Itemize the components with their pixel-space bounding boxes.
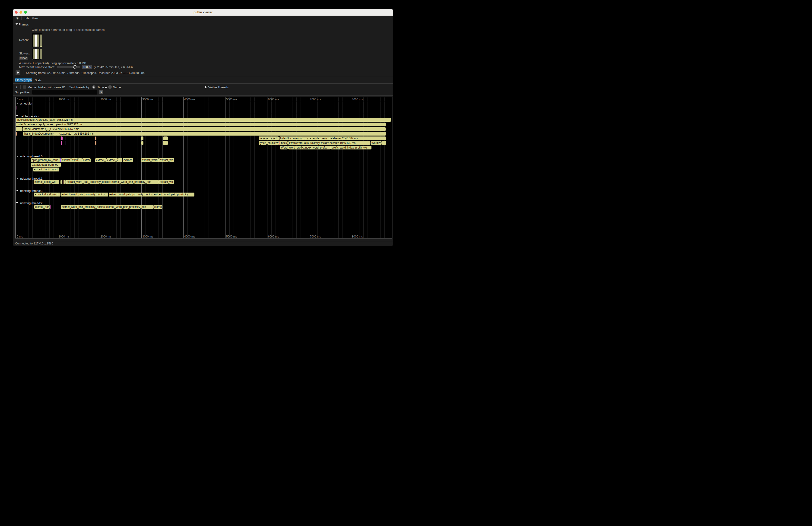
frame-bar[interactable] xyxy=(33,49,35,59)
collapse-icon[interactable] xyxy=(16,178,18,179)
max-frames-slider-track[interactable] xyxy=(57,66,80,68)
menu-file[interactable]: File xyxy=(25,16,29,20)
tab-stats[interactable]: Stats xyxy=(35,78,42,82)
sort-name-label[interactable]: Name xyxy=(113,86,121,89)
scope-bar[interactable] xyxy=(16,106,16,110)
collapse-icon[interactable] xyxy=(16,115,18,117)
scope-bar[interactable]: IndexDocuments<_, _>::execute_prefix_dat… xyxy=(279,136,386,141)
frame-bar[interactable] xyxy=(33,34,35,47)
thread-header-indexing-thread-1[interactable]: indexing-thread:1 xyxy=(16,177,43,180)
frames-header[interactable]: Frames xyxy=(19,23,29,26)
scope-bar[interactable]: extract_word xyxy=(141,158,159,162)
scope-bar[interactable] xyxy=(163,136,168,141)
scope-bar[interactable]: extract xyxy=(61,158,71,162)
scope-bar[interactable] xyxy=(141,141,143,145)
thread-header-batch-operation[interactable]: batch-operation xyxy=(16,115,40,118)
scope-bar[interactable]: extract_word_pair_proximity_docids::extr… xyxy=(109,192,195,196)
frame-bar-selected[interactable] xyxy=(35,34,37,47)
scope-bar[interactable]: extract_w xyxy=(106,158,118,162)
scope-bar[interactable] xyxy=(61,136,62,141)
frame-bar[interactable] xyxy=(40,49,42,59)
scope-bar[interactable]: extract::data_from_ob xyxy=(31,163,61,167)
visible-threads-label[interactable]: Visible Threads xyxy=(208,86,229,89)
max-frames-value[interactable]: 18000 xyxy=(82,65,92,69)
recent-frames-thumbnail[interactable] xyxy=(32,33,42,47)
sort-name-radio[interactable] xyxy=(108,85,112,89)
scope-bar[interactable] xyxy=(95,141,97,145)
scope-bar[interactable]: extract_docid_wor xyxy=(33,180,59,184)
clear-button[interactable]: Clear xyxy=(19,57,28,60)
scope-bar[interactable]: extract_wo xyxy=(159,180,174,184)
scope-bar[interactable] xyxy=(163,141,168,145)
pause-resume-button[interactable] xyxy=(16,70,20,75)
slowest-frames-thumbnail[interactable] xyxy=(32,49,42,60)
sort-time-radio[interactable] xyxy=(92,85,96,89)
help-button[interactable]: ? xyxy=(16,86,17,89)
collapse-icon[interactable] xyxy=(16,156,18,157)
scope-filter-input[interactable] xyxy=(32,90,97,95)
theme-toggle-icon[interactable]: ☀ xyxy=(16,16,19,20)
collapse-icon[interactable] xyxy=(16,103,18,104)
visible-threads-collapse-icon[interactable] xyxy=(205,86,207,88)
scope-bar[interactable]: Trans xyxy=(23,132,31,136)
collapse-icon[interactable] xyxy=(16,190,18,191)
scope-bar[interactable]: extract_word_pair_proximity_docids xyxy=(61,192,108,196)
clear-filter-button[interactable]: x xyxy=(99,90,103,94)
scope-bar[interactable] xyxy=(61,141,62,145)
collapse-icon[interactable] xyxy=(16,202,18,204)
max-frames-slider-knob[interactable] xyxy=(73,65,76,69)
scope-bar[interactable] xyxy=(78,158,82,162)
scope-bar[interactable] xyxy=(50,205,50,209)
scope-bar[interactable] xyxy=(141,136,143,141)
merge-children-label[interactable]: Merge children with same ID xyxy=(28,86,65,89)
scope-bar[interactable]: extrac xyxy=(154,205,162,209)
merge-children-checkbox[interactable] xyxy=(23,86,26,88)
scope-bar[interactable]: PrefixWordPairsProximityDocids::execute … xyxy=(288,141,370,145)
scope-bar[interactable] xyxy=(60,180,62,184)
thread-header-indexing-thread-3[interactable]: indexing-thread:3 xyxy=(16,189,43,192)
frames-collapse-icon[interactable] xyxy=(16,24,18,25)
scope-bar[interactable]: extrac xyxy=(82,158,91,162)
sort-time-label[interactable]: Time xyxy=(98,86,104,89)
scope-bar[interactable]: WordPr xyxy=(371,141,381,145)
scope-bar[interactable]: IndexScheduler>::process_batch 8953.821 … xyxy=(16,118,391,122)
sort-direction-down-icon[interactable] xyxy=(105,86,107,88)
frame-bar[interactable] xyxy=(37,34,39,47)
scope-bar[interactable]: index xyxy=(280,141,288,145)
scope-bar[interactable]: extract_ xyxy=(95,158,106,162)
scope-bar[interactable]: word_prefix::index_word_prefix_ xyxy=(288,146,331,150)
thread-header-scheduler[interactable]: scheduler xyxy=(16,102,32,105)
scope-bar[interactable]: IndexDocuments<_, _>::execute_raw 8459.1… xyxy=(31,132,386,136)
scope-bar[interactable] xyxy=(64,180,66,184)
scope-bar[interactable]: prefix_word::index_prefix_wo xyxy=(331,146,371,150)
scope-bar[interactable]: receive_typed_ xyxy=(259,136,279,141)
thread-header-indexing-thread-0[interactable]: indexing-thread:0 xyxy=(16,155,43,158)
scope-bar[interactable]: extra xyxy=(71,158,78,162)
scope-bar[interactable]: extract_doc xyxy=(34,205,49,209)
scope-bar[interactable]: extract_wo xyxy=(159,158,174,162)
scope-bar[interactable] xyxy=(118,158,122,162)
scope-bar[interactable] xyxy=(16,132,17,136)
scope-bar[interactable]: extract_word_pair_proximity_docids::extr… xyxy=(61,205,153,209)
scope-bar[interactable]: IndexDocuments<_, _>::execute 8656.677 m… xyxy=(23,127,386,131)
scope-bar[interactable]: typed_chunk::w xyxy=(259,141,279,145)
frame-bar-selected[interactable] xyxy=(35,49,37,59)
scope-bar[interactable]: extract_word_pair_proximity_docids::extr… xyxy=(66,180,159,184)
scope-bar[interactable]: split_grenad_by_chun xyxy=(31,158,60,162)
scope-bar[interactable] xyxy=(95,136,97,141)
frame-bar[interactable] xyxy=(37,49,39,59)
scope-bar[interactable] xyxy=(62,180,64,184)
scope-bar[interactable] xyxy=(16,127,23,131)
tab-flamegraph[interactable]: Flamegraph xyxy=(15,78,32,82)
scope-bar[interactable]: IndexScheduler>::apply_index_operation 8… xyxy=(16,122,386,127)
frame-bar[interactable] xyxy=(40,34,42,47)
scope-bar[interactable] xyxy=(381,141,386,145)
scope-bar[interactable]: extract xyxy=(122,158,133,162)
scope-bar[interactable]: extract_docid_word xyxy=(34,192,60,196)
flamegraph-canvas[interactable]: 0 ms0 ms1000 ms1000 ms2000 ms2000 ms3000… xyxy=(15,97,392,238)
scope-bar[interactable] xyxy=(60,158,61,162)
scope-bar[interactable]: Word xyxy=(280,146,288,150)
thread-header-indexing-thread-2[interactable]: indexing-thread:2 xyxy=(16,201,43,205)
scope-bar[interactable]: extract_docid_word xyxy=(33,167,59,172)
menu-view[interactable]: View xyxy=(32,16,39,20)
